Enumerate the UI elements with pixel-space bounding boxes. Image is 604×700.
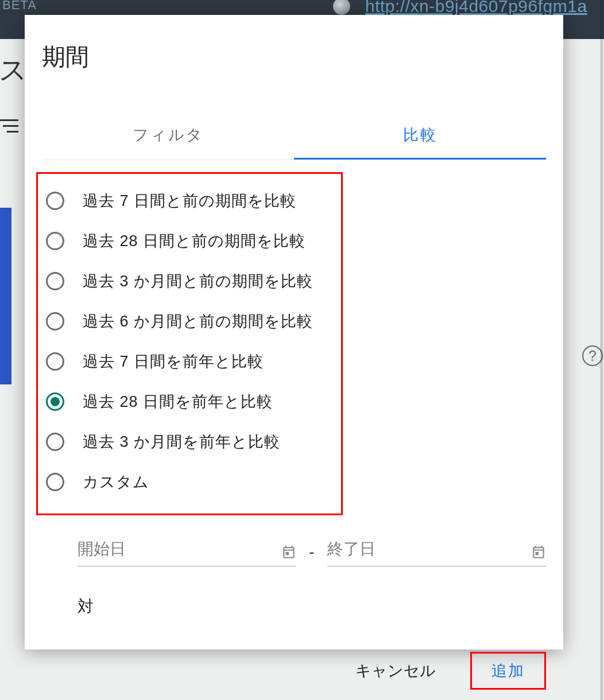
- cancel-button[interactable]: キャンセル: [340, 652, 451, 689]
- tab-filter[interactable]: フィルタ: [42, 119, 294, 160]
- sidebar-active-indicator: [0, 208, 11, 384]
- radio-label: 過去 3 か月間と前の期間を比較: [83, 271, 313, 291]
- radio-icon: [46, 352, 64, 371]
- filter-icon[interactable]: [0, 119, 18, 134]
- site-url-link[interactable]: http://xn-b9j4d607p96fgm1a: [365, 0, 587, 16]
- globe-icon: [333, 0, 350, 15]
- start-date-field[interactable]: 開始日: [78, 538, 296, 567]
- end-date-placeholder: 終了日: [327, 538, 375, 560]
- radio-label: 過去 6 か月間と前の期間を比較: [83, 311, 313, 332]
- versus-label: 対: [78, 596, 563, 617]
- radio-label: 過去 7 日間と前の期間を比較: [83, 190, 296, 211]
- radio-label: 過去 28 日間を前年と比較: [83, 391, 273, 412]
- compare-option[interactable]: 過去 3 か月間を前年と比較: [38, 422, 341, 462]
- calendar-icon[interactable]: [281, 544, 296, 560]
- compare-option[interactable]: カスタム: [38, 462, 341, 502]
- radio-label: 過去 28 日間と前の期間を比較: [83, 231, 305, 251]
- radio-label: 過去 3 か月間を前年と比較: [83, 431, 280, 452]
- compare-option[interactable]: 過去 3 か月間と前の期間を比較: [38, 261, 341, 301]
- radio-icon: [46, 433, 64, 451]
- help-icon[interactable]: ?: [582, 345, 603, 366]
- compare-option[interactable]: 過去 7 日間と前の期間を比較: [38, 181, 341, 221]
- radio-icon: [46, 312, 64, 330]
- compare-option[interactable]: 過去 28 日間と前の期間を比較: [38, 221, 341, 261]
- radio-icon: [46, 473, 64, 491]
- dialog-footer: キャンセル 追加: [25, 638, 563, 700]
- custom-date-row: 開始日 - 終了日: [78, 538, 546, 567]
- radio-label: カスタム: [83, 472, 149, 492]
- radio-icon: [46, 232, 64, 250]
- radio-icon: [46, 192, 64, 210]
- radio-label: 過去 7 日間を前年と比較: [83, 351, 264, 372]
- radio-icon: [46, 272, 64, 290]
- dialog-title: 期間: [25, 15, 563, 73]
- start-date-placeholder: 開始日: [78, 538, 126, 560]
- compare-option[interactable]: 過去 28 日間を前年と比較: [38, 382, 341, 422]
- compare-option[interactable]: 過去 7 日間を前年と比較: [38, 341, 341, 382]
- calendar-icon[interactable]: [531, 544, 546, 560]
- beta-badge: BETA: [2, 0, 37, 13]
- truncated-heading: ス: [0, 52, 27, 88]
- compare-option[interactable]: 過去 6 か月間と前の期間を比較: [38, 301, 341, 341]
- compare-options-group: 過去 7 日間と前の期間を比較 過去 28 日間と前の期間を比較 過去 3 か月…: [36, 172, 343, 515]
- add-button[interactable]: 追加: [470, 652, 546, 690]
- radio-icon: [46, 392, 64, 411]
- end-date-field[interactable]: 終了日: [327, 538, 546, 567]
- date-range-dialog: 期間 フィルタ 比較 過去 7 日間と前の期間を比較 過去 28 日間と前の期間…: [25, 15, 563, 650]
- tab-compare[interactable]: 比較: [294, 119, 546, 160]
- date-separator: -: [296, 543, 327, 567]
- dialog-tabs: フィルタ 比較: [42, 119, 546, 160]
